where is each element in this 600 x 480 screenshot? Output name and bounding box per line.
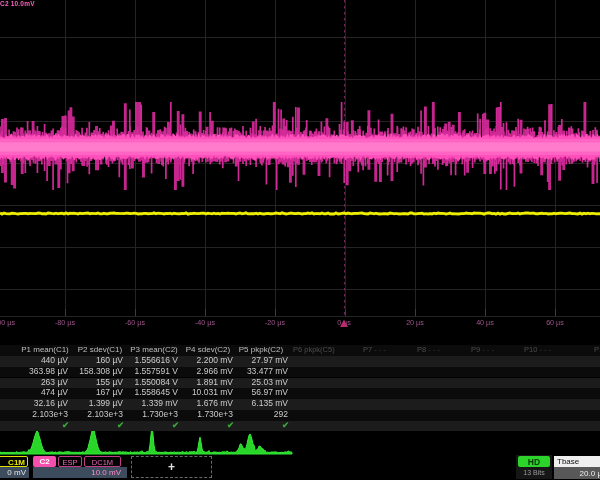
- svg-text:-60 µs: -60 µs: [125, 318, 146, 327]
- svg-text:-80 µs: -80 µs: [55, 318, 76, 327]
- svg-text:-100 µs: -100 µs: [0, 318, 15, 327]
- svg-text:-40 µs: -40 µs: [195, 318, 216, 327]
- svg-text:60 µs: 60 µs: [546, 318, 564, 327]
- svg-text:-20 µs: -20 µs: [265, 318, 286, 327]
- svg-text:40 µs: 40 µs: [476, 318, 494, 327]
- svg-text:20 µs: 20 µs: [406, 318, 424, 327]
